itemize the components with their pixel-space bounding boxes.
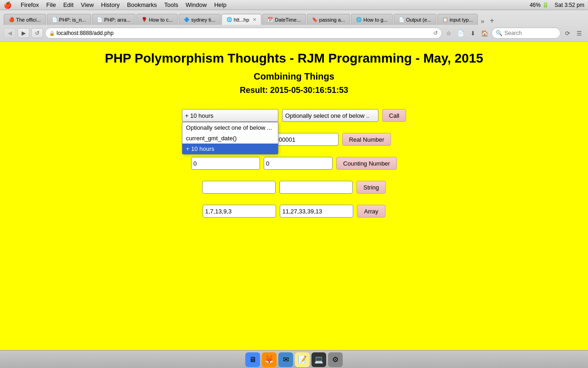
tab-4[interactable]: 🌹 How to c... bbox=[136, 14, 178, 25]
dock-mail[interactable]: ✉ bbox=[278, 352, 293, 367]
menu-help[interactable]: Help bbox=[214, 1, 226, 8]
page-title: PHP Polymorphism Thoughts - RJM Programm… bbox=[105, 51, 483, 66]
tab-favicon-7: 📅 bbox=[267, 17, 273, 22]
select1-dropdown[interactable]: Optionally select one of below ... curre… bbox=[182, 122, 278, 155]
array-input1[interactable] bbox=[203, 205, 276, 218]
tab-favicon-1: 🍎 bbox=[9, 17, 14, 22]
tab-favicon-11: 📋 bbox=[442, 17, 448, 22]
reload-button[interactable]: ↺ bbox=[31, 28, 43, 38]
menu-file[interactable]: File bbox=[46, 1, 56, 8]
tab-overflow-button[interactable]: » bbox=[479, 17, 486, 25]
browser-chrome: 🍎 The offici... 📄 PHP: is_n... 📄 PHP: ar… bbox=[0, 10, 588, 42]
form-section: Optionally select one of below ... curre… bbox=[9, 109, 579, 218]
result-label: Result: bbox=[240, 86, 268, 95]
page-content: PHP Polymorphism Thoughts - RJM Programm… bbox=[0, 42, 588, 350]
string-button[interactable]: String bbox=[356, 181, 386, 194]
download-icon[interactable]: ⬇ bbox=[468, 28, 478, 38]
array-button[interactable]: Array bbox=[357, 205, 385, 218]
tab-label-3: PHP: arra... bbox=[104, 17, 130, 23]
tab-8[interactable]: 🔖 passing a... bbox=[307, 14, 350, 25]
tab-3[interactable]: 📄 PHP: arra... bbox=[92, 14, 136, 25]
tab-favicon-6: 🌐 bbox=[226, 17, 232, 22]
forward-button[interactable]: ▶ bbox=[17, 28, 29, 38]
apple-menu[interactable]: 🍎 bbox=[4, 1, 11, 9]
tab-9[interactable]: 🌐 How to g... bbox=[351, 14, 393, 25]
tab-6[interactable]: 🌐 htt...hp ✕ bbox=[221, 14, 262, 25]
search-icon: 🔍 bbox=[496, 30, 503, 36]
toolbar-icons: ☆ 📄 ⬇ 🏠 bbox=[444, 28, 490, 38]
battery-status: 46% 🔋 bbox=[530, 2, 549, 8]
select1-wrapper: Optionally select one of below ... curre… bbox=[182, 109, 278, 122]
reader-icon[interactable]: 📄 bbox=[456, 28, 466, 38]
counting-number-row: Counting Number bbox=[191, 157, 397, 170]
dock-notes[interactable]: 📝 bbox=[295, 352, 310, 367]
dropdown-item-1[interactable]: current_gmt_date() bbox=[182, 133, 278, 144]
back-button[interactable]: ◀ bbox=[4, 28, 16, 38]
page-subtitle: Combining Things bbox=[254, 71, 334, 82]
address-bar[interactable]: 🔒 ↺ bbox=[45, 28, 442, 39]
page-result: Result: 2015-05-30:16:51:53 bbox=[240, 86, 348, 95]
select2[interactable]: Optionally select one of below ... bbox=[282, 109, 379, 122]
dropdown-item-0[interactable]: Optionally select one of below ... bbox=[182, 122, 278, 133]
real-number-button[interactable]: Real Number bbox=[342, 133, 391, 146]
select2-wrapper: Optionally select one of below ... bbox=[282, 109, 379, 122]
string-input2[interactable] bbox=[279, 181, 353, 194]
array-row: Array bbox=[203, 205, 385, 218]
bookmark-star-icon[interactable]: ☆ bbox=[444, 28, 454, 38]
dropdown-item-2[interactable]: + 10 hours bbox=[182, 144, 278, 154]
menu-window[interactable]: Window bbox=[186, 1, 207, 8]
tab-label-6: htt...hp bbox=[234, 17, 249, 23]
tab-10[interactable]: 📄 Output (e... bbox=[394, 14, 436, 25]
tab-label-2: PHP: is_n... bbox=[59, 17, 86, 23]
tab-11[interactable]: 📋 input typ... bbox=[437, 14, 478, 25]
menu-firefox[interactable]: Firefox bbox=[21, 1, 39, 8]
sync-icon[interactable]: ⟳ bbox=[562, 28, 572, 38]
result-datetime: 2015-05-30:16:51:53 bbox=[270, 86, 348, 95]
call-button[interactable]: Call bbox=[382, 109, 406, 122]
menu-icon[interactable]: ☰ bbox=[574, 28, 584, 38]
tab-label-1: The offici... bbox=[16, 17, 41, 23]
string-input1[interactable] bbox=[202, 181, 276, 194]
dock-terminal[interactable]: 💻 bbox=[311, 352, 326, 367]
tab-label-10: Output (e... bbox=[406, 17, 431, 23]
menu-tools[interactable]: Tools bbox=[164, 1, 178, 8]
tab-close-6[interactable]: ✕ bbox=[253, 17, 256, 22]
tab-2[interactable]: 📄 PHP: is_n... bbox=[47, 14, 91, 25]
tab-favicon-10: 📄 bbox=[399, 17, 404, 22]
menu-edit[interactable]: Edit bbox=[63, 1, 74, 8]
dock: 🖥 🦊 ✉ 📝 💻 ⚙ bbox=[0, 350, 588, 368]
counting-number-input1[interactable] bbox=[191, 157, 260, 170]
tab-favicon-3: 📄 bbox=[97, 17, 102, 22]
tab-favicon-5: 🔷 bbox=[184, 17, 189, 22]
select1[interactable]: Optionally select one of below ... curre… bbox=[182, 109, 278, 122]
tab-7[interactable]: 📅 DateTime... bbox=[262, 14, 305, 25]
dock-firefox[interactable]: 🦊 bbox=[262, 352, 277, 367]
tab-1[interactable]: 🍎 The offici... bbox=[4, 14, 46, 25]
home-icon[interactable]: 🏠 bbox=[480, 28, 490, 38]
tab-label-9: How to g... bbox=[363, 17, 388, 23]
dock-settings[interactable]: ⚙ bbox=[328, 352, 343, 367]
counting-number-input2[interactable] bbox=[264, 157, 333, 170]
menu-view[interactable]: View bbox=[81, 1, 94, 8]
menubar-right: 46% 🔋 Sat 3:52 pm bbox=[530, 2, 584, 8]
lock-icon: 🔒 bbox=[49, 31, 55, 36]
counting-number-button[interactable]: Counting Number bbox=[336, 157, 397, 170]
tab-favicon-9: 🌐 bbox=[356, 17, 362, 22]
menu-bookmarks[interactable]: Bookmarks bbox=[127, 1, 157, 8]
tab-label-7: DateTime... bbox=[275, 17, 300, 23]
tab-favicon-2: 📄 bbox=[52, 17, 57, 22]
string-row: String bbox=[202, 181, 386, 194]
tab-bar: 🍎 The offici... 📄 PHP: is_n... 📄 PHP: ar… bbox=[0, 10, 588, 25]
tab-label-8: passing a... bbox=[319, 17, 345, 23]
tab-5[interactable]: 🔷 sydney ti... bbox=[179, 14, 220, 25]
url-input[interactable] bbox=[57, 30, 431, 36]
menu-history[interactable]: History bbox=[101, 1, 119, 8]
dock-finder[interactable]: 🖥 bbox=[245, 352, 260, 367]
clock: Sat 3:52 pm bbox=[554, 2, 584, 8]
array-input2[interactable] bbox=[280, 205, 353, 218]
new-tab-button[interactable]: + bbox=[487, 17, 497, 25]
search-bar[interactable]: 🔍 bbox=[492, 28, 560, 39]
reload-icon[interactable]: ↺ bbox=[433, 30, 438, 36]
real-number-input2[interactable] bbox=[270, 133, 339, 146]
select-row: Optionally select one of below ... curre… bbox=[182, 109, 406, 122]
